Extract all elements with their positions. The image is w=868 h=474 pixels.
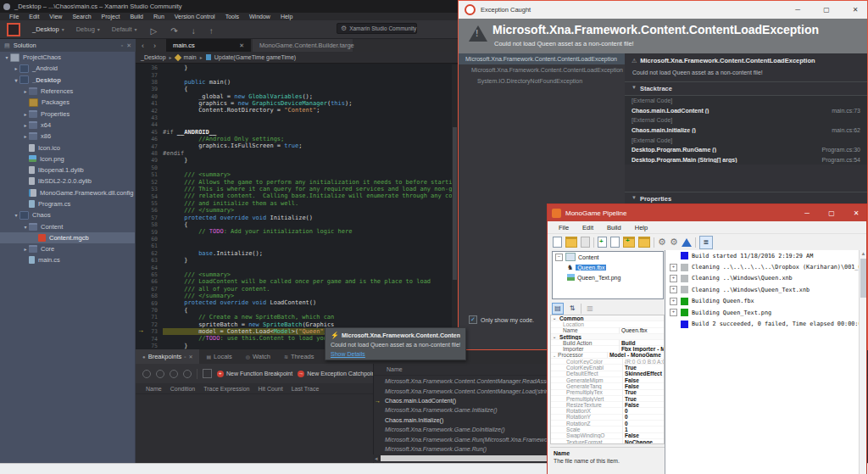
solution-tree-item-monogame-framework-dll-config[interactable]: MonoGame.Framework.dll.config xyxy=(0,187,135,198)
dock-icon[interactable]: ▫ xyxy=(121,42,123,48)
solution-tree-item-icon-png[interactable]: Icon.png xyxy=(0,153,135,165)
solution-tree-item-core[interactable]: ▸Core xyxy=(0,243,135,254)
nav-forward-button[interactable]: › xyxy=(153,42,156,50)
run-mode-dropdown[interactable]: Debug ▾ xyxy=(76,25,100,33)
pad-tab-threads[interactable]: ≋Threads xyxy=(277,349,321,364)
expander-closed-icon[interactable]: ▸ xyxy=(22,111,29,117)
solution-tree-item-x64[interactable]: ▸x64 xyxy=(0,120,135,131)
nav-back-button[interactable]: ‹ xyxy=(142,42,144,50)
stackframe-row[interactable]: Chaos.main.LoadContent ()main.cs:73 xyxy=(625,106,867,116)
solution-tree-item-content-mgcb[interactable]: Content.mgcb xyxy=(0,232,135,243)
breadcrumb-item-desktop[interactable]: _Desktop xyxy=(141,54,166,60)
expander-open-icon[interactable]: ▾ xyxy=(22,224,29,230)
build-blue-icon[interactable] xyxy=(682,238,692,247)
new-item-icon[interactable] xyxy=(598,237,607,248)
solution-tree-item-content[interactable]: ▾Content xyxy=(0,220,135,231)
filter-output-toggle-icon[interactable]: ≣ xyxy=(699,236,713,249)
edit-breakpoint-icon[interactable] xyxy=(203,369,212,378)
solution-tree-item-chaos[interactable]: ▾Chaos xyxy=(0,209,135,220)
dock-icon[interactable]: ▫ xyxy=(184,354,186,360)
alphabetical-sort-button[interactable]: ⇅ xyxy=(567,304,577,314)
solution-tree-item-references[interactable]: ▸References xyxy=(0,86,135,97)
column-hit-count[interactable]: Hit Count xyxy=(258,386,282,392)
solution-tree-item-packages[interactable]: Packages xyxy=(0,97,135,108)
solution-tree-item-properties[interactable]: ▸Properties xyxy=(0,108,135,119)
solution-tree-item-libopenal-1-dylib[interactable]: libopenal.1.dylib xyxy=(0,165,135,176)
menu-tools[interactable]: Tools xyxy=(221,14,243,20)
save-gray-icon[interactable] xyxy=(581,237,590,248)
column-trace-expression[interactable]: Trace Expression xyxy=(203,386,249,392)
property-pages-button[interactable]: ▥ xyxy=(585,304,595,314)
column-condition[interactable]: Condition xyxy=(170,386,196,392)
categorized-view-button[interactable]: ▤ xyxy=(552,303,564,315)
menu-view[interactable]: View xyxy=(45,14,66,20)
add-folder-icon[interactable] xyxy=(623,237,635,248)
new-function-breakpoint-button[interactable]: New Function Breakpoint xyxy=(217,371,292,377)
minimize-button[interactable]: ─ xyxy=(786,1,810,19)
pipeline-tree-item-queen-fbx[interactable]: ♞Queen.fbx xyxy=(553,262,663,272)
stackframe-row[interactable]: Desktop.Program.RunGame ()Program.cs:30 xyxy=(625,145,867,155)
breadcrumb-item-update-gametime-gametime[interactable]: Update(GameTime gameTime) xyxy=(214,54,296,60)
expander-minus-icon[interactable]: − xyxy=(555,254,563,261)
solution-tree-item-android[interactable]: ▸_Android xyxy=(0,63,135,74)
properties-section-header[interactable]: ▼ Properties xyxy=(632,195,671,203)
pipeline-tree-root[interactable]: −Content xyxy=(553,252,663,262)
property-row-textureformat[interactable]: TextureFormatNoChange xyxy=(551,439,664,444)
pad-tab-watch[interactable]: ◎Watch xyxy=(239,349,277,364)
maximize-button[interactable]: ▢ xyxy=(821,204,842,221)
scrollbar-thumb[interactable] xyxy=(860,259,866,298)
menu-project[interactable]: Project xyxy=(97,14,125,20)
solution-tree-item-main-cs[interactable]: main.cs xyxy=(0,254,135,265)
scroll-left-icon[interactable]: ◂ xyxy=(375,455,378,462)
menu-search[interactable]: Search xyxy=(68,14,95,20)
menu-window[interactable]: Window xyxy=(245,14,275,20)
solution-tree-item-libsdl2-2-0-0-dylib[interactable]: libSDL2-2.0.0.dylib xyxy=(0,176,135,187)
expander-plus-icon[interactable]: + xyxy=(670,264,677,271)
solution-tree-item-x86[interactable]: ▸x86 xyxy=(0,131,135,142)
solution-tree-item-icon-ico[interactable]: Icon.ico xyxy=(0,142,135,153)
exception-list-item[interactable]: System.IO.DirectoryNotFoundException xyxy=(459,75,625,86)
pad-tab-breakpoints[interactable]: ●Breakpoints▫✕ xyxy=(136,349,199,364)
minimize-button[interactable]: ─ xyxy=(797,204,817,221)
solution-tree-item-program-cs[interactable]: Program.cs xyxy=(0,198,135,209)
pipeline-menu-build[interactable]: Build xyxy=(601,224,627,231)
breakpoint-disable-icon[interactable] xyxy=(156,370,164,378)
expander-open-icon[interactable]: ▾ xyxy=(13,212,19,218)
menu-build[interactable]: Build xyxy=(125,14,147,20)
pipeline-menu-edit[interactable]: Edit xyxy=(576,224,599,231)
pipeline-tree-item-queen-text-png[interactable]: Queen_Text.png xyxy=(553,272,663,282)
search-input[interactable]: ⚙ Xamarin Studio Community xyxy=(337,23,417,34)
expander-open-icon[interactable]: ▾ xyxy=(13,77,19,83)
new-exception-catchpoint-button[interactable]: New Exception Catchpoint xyxy=(298,371,376,377)
menu-file[interactable]: File xyxy=(5,14,23,20)
menu-version-control[interactable]: Version Control xyxy=(170,14,220,20)
breakpoint-clear-icon[interactable] xyxy=(183,370,192,378)
expander-plus-icon[interactable]: + xyxy=(670,309,677,316)
open-folder-icon[interactable] xyxy=(565,237,577,248)
configuration-dropdown[interactable]: _Desktop ▾ xyxy=(32,25,64,33)
expander-closed-icon[interactable]: ▸ xyxy=(13,65,19,71)
close-icon[interactable]: ✕ xyxy=(126,42,131,49)
expander-closed-icon[interactable]: ▸ xyxy=(22,246,29,252)
play-button[interactable]: ▷ xyxy=(151,26,158,36)
code-lines[interactable]: 36 }3738 public main()39 {40 _global = n… xyxy=(136,64,458,350)
exception-list-item[interactable]: Microsoft.Xna.Framework.Content.ContentL… xyxy=(459,64,625,75)
breakpoint-toggle-icon[interactable] xyxy=(142,370,151,378)
close-icon[interactable]: ✕ xyxy=(188,354,192,360)
stackframe-row[interactable]: Desktop.Program.Main (String[] args)Prog… xyxy=(625,155,867,165)
pipeline-menu-file[interactable]: File xyxy=(553,224,575,231)
settings-gear-icon[interactable]: ⚙ xyxy=(658,237,666,247)
tab-monogame-builder[interactable]: MonoGame.Content.Builder.targe xyxy=(253,39,353,52)
build-output-scrollbar[interactable]: ▲ xyxy=(859,250,866,474)
stop-button[interactable] xyxy=(7,23,20,36)
expander-plus-icon[interactable]: + xyxy=(670,286,677,293)
scrollbar-thumb[interactable] xyxy=(381,455,547,461)
step-in-button[interactable]: ↓ xyxy=(192,26,196,36)
close-icon[interactable]: ✕ xyxy=(239,42,244,49)
editor-scrollbar-thumb[interactable] xyxy=(453,127,457,280)
tools-gear-icon[interactable]: ⚙ xyxy=(670,237,678,247)
new-file-icon[interactable] xyxy=(553,237,562,248)
open-folder2-icon[interactable] xyxy=(638,237,650,248)
expander-plus-icon[interactable]: + xyxy=(670,298,677,305)
step-out-button[interactable]: ↑ xyxy=(209,26,214,36)
